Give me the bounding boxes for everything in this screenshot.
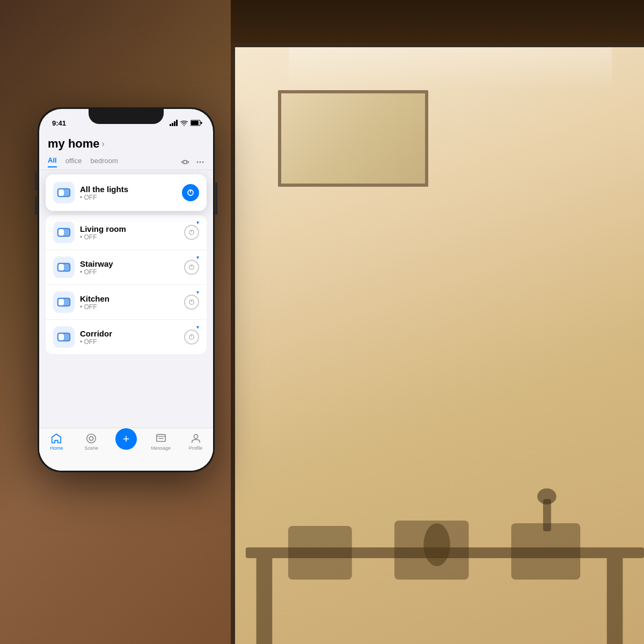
kitchen-icon-box [53, 291, 75, 313]
nav-message[interactable]: Message [143, 433, 178, 451]
svg-point-8 [537, 488, 557, 504]
svg-point-42 [87, 434, 96, 443]
add-icon: + [123, 433, 130, 445]
switch-icon-corridor [57, 331, 71, 343]
list-item-living-room[interactable]: Living room • OFF ▾ [46, 215, 207, 250]
bottom-nav: Home Scene + [39, 428, 213, 471]
kitchen-toggle[interactable] [184, 295, 199, 310]
nav-profile[interactable]: Profile [178, 433, 213, 451]
nav-home[interactable]: Home [39, 433, 74, 451]
tab-bedroom[interactable]: bedroom [90, 157, 118, 167]
svg-rect-43 [157, 435, 166, 442]
svg-rect-18 [64, 189, 69, 196]
signal-icon [170, 120, 178, 126]
power-button [215, 182, 217, 215]
svg-rect-17 [58, 189, 64, 196]
popup-arrow [191, 173, 199, 178]
all-lights-status: • OFF [80, 194, 177, 201]
svg-rect-10 [191, 121, 199, 125]
room-content [235, 47, 644, 644]
app-header: my home › [39, 133, 213, 153]
phone-shell: 9:41 [38, 107, 215, 472]
kitchen-status: • OFF [80, 303, 179, 311]
power-icon-active [187, 189, 194, 196]
add-button[interactable]: + [115, 428, 137, 450]
tab-actions [181, 158, 204, 166]
stairway-toggle[interactable] [184, 260, 199, 275]
kitchen-info: Kitchen • OFF [80, 294, 179, 311]
svg-rect-28 [64, 264, 69, 270]
svg-rect-27 [58, 264, 64, 270]
switch-icon-living [57, 226, 71, 238]
tab-all[interactable]: All [48, 156, 57, 167]
ceiling-light [289, 47, 612, 90]
all-lights-toggle[interactable] [182, 184, 199, 201]
corridor-toggle[interactable] [184, 330, 199, 345]
svg-rect-32 [58, 299, 64, 305]
all-lights-icon-box [53, 182, 75, 203]
svg-rect-37 [58, 334, 64, 340]
svg-rect-3 [288, 526, 352, 580]
list-item-corridor[interactable]: Corridor • OFF ▾ [46, 320, 207, 354]
switch-icon [57, 187, 71, 199]
eye-icon[interactable] [181, 158, 189, 166]
svg-rect-5 [511, 523, 581, 580]
living-room-info: Living room • OFF [80, 224, 179, 241]
nav-add[interactable]: + [109, 433, 144, 450]
all-lights-card[interactable]: All the lights • OFF [46, 174, 207, 211]
living-room-wifi: ▾ [196, 219, 199, 225]
svg-point-6 [423, 523, 450, 566]
phone-screen: 9:41 [39, 109, 213, 471]
stairway-info: Stairway • OFF [80, 259, 179, 276]
living-room-status: • OFF [80, 233, 179, 241]
message-icon [155, 433, 167, 444]
notch [89, 109, 164, 124]
list-item-stairway[interactable]: Stairway • OFF ▾ [46, 250, 207, 285]
title-chevron: › [102, 139, 105, 149]
volume-up-button [35, 172, 37, 191]
svg-rect-1 [257, 558, 273, 644]
nav-scene[interactable]: Scene [74, 433, 109, 451]
all-lights-name: All the lights [80, 185, 177, 194]
svg-rect-33 [64, 299, 69, 305]
nav-home-label: Home [50, 445, 63, 451]
corridor-status: • OFF [80, 338, 179, 346]
svg-point-13 [197, 161, 199, 163]
furniture-silhouette [235, 429, 644, 644]
power-icon-kitchen [188, 299, 195, 305]
svg-point-14 [200, 161, 201, 163]
status-icons [170, 120, 202, 126]
more-icon[interactable] [196, 158, 204, 166]
power-icon [188, 229, 195, 236]
power-icon-stairway [188, 264, 195, 270]
tab-bar: All office bedroom [39, 153, 213, 170]
svg-point-15 [202, 161, 204, 163]
popup-container: All the lights • OFF [39, 174, 213, 211]
svg-rect-22 [58, 229, 64, 236]
kitchen-name: Kitchen [80, 294, 179, 303]
power-icon-corridor [188, 334, 195, 340]
stairway-icon-box [53, 257, 75, 278]
app-title: my home [48, 137, 100, 151]
living-room-toggle[interactable] [184, 225, 199, 240]
title-row: my home › [48, 137, 204, 151]
tab-office[interactable]: office [65, 157, 82, 167]
stairway-name: Stairway [80, 259, 179, 268]
list-item-kitchen[interactable]: Kitchen • OFF ▾ [46, 285, 207, 320]
nav-scene-label: Scene [84, 445, 98, 451]
scroll-area[interactable]: All the lights • OFF [39, 170, 213, 438]
wifi-icon [180, 120, 188, 126]
svg-point-46 [194, 435, 197, 438]
corridor-wifi: ▾ [196, 324, 199, 330]
scene-icon [85, 433, 97, 444]
kitchen-wifi: ▾ [196, 289, 199, 295]
living-room-icon-box [53, 222, 75, 243]
home-icon [50, 433, 62, 444]
svg-rect-11 [201, 122, 202, 124]
all-lights-info: All the lights • OFF [80, 185, 177, 201]
corridor-info: Corridor • OFF [80, 329, 179, 346]
app-content: my home › All office bedroom [39, 133, 213, 471]
interior-room [231, 43, 644, 644]
svg-rect-38 [64, 334, 69, 340]
status-time: 9:41 [52, 119, 66, 127]
